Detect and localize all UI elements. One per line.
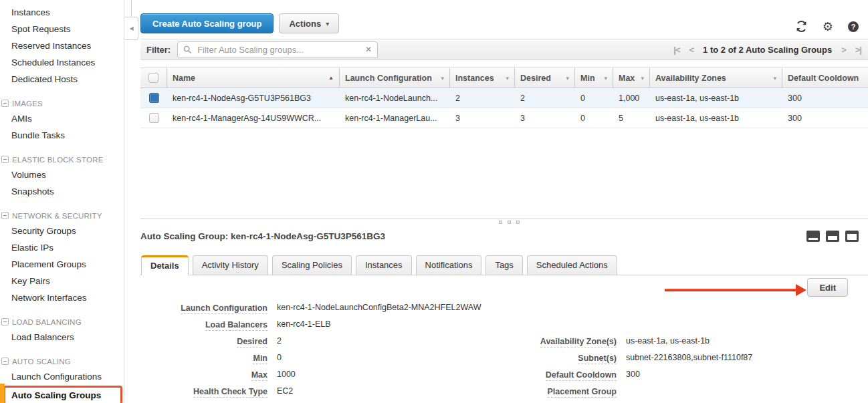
column-header-min[interactable]: Min ▾ xyxy=(575,68,613,88)
sidebar-item-load-balancers[interactable]: Load Balancers xyxy=(0,329,124,346)
sidebar-nav: Instances Spot Requests Reserved Instanc… xyxy=(0,0,124,403)
column-header-instances[interactable]: Instances ▾ xyxy=(450,68,515,88)
detail-panel: Auto Scaling Group: ken-rc4-1-NodeAsg-G5… xyxy=(140,225,868,403)
row-checkbox[interactable] xyxy=(149,113,159,123)
field-load-balancers: Load Balancers ken-rc4-1-ELB xyxy=(140,315,481,332)
collapse-minus-icon[interactable] xyxy=(1,318,9,325)
edit-button[interactable]: Edit xyxy=(807,278,848,297)
cell-desired: 3 xyxy=(515,114,575,123)
tab-notifications[interactable]: Notifications xyxy=(416,255,482,275)
active-item-marker xyxy=(0,384,5,403)
drag-handle-icon[interactable] xyxy=(499,221,520,224)
column-header-default-cooldown[interactable]: Default Cooldown xyxy=(782,68,868,88)
cell-max: 5 xyxy=(613,114,650,123)
sidebar-item-elastic-ips[interactable]: Elastic IPs xyxy=(0,239,124,256)
pagination-status: 1 to 2 of 2 Auto Scaling Groups xyxy=(703,45,832,55)
sidebar-item-volumes[interactable]: Volumes xyxy=(0,166,124,183)
create-auto-scaling-group-button[interactable]: Create Auto Scaling group xyxy=(140,13,274,33)
tab-instances[interactable]: Instances xyxy=(356,255,412,275)
chevron-down-icon: ▾ xyxy=(326,20,329,27)
collapse-minus-icon[interactable] xyxy=(1,100,9,107)
column-dropdown-icon: ▾ xyxy=(566,75,569,82)
column-dropdown-icon: ▾ xyxy=(773,75,776,82)
help-icon[interactable]: ? xyxy=(848,21,859,32)
tab-details[interactable]: Details xyxy=(141,255,189,275)
cell-launch-configuration: ken-rc4-1-ManagerLau... xyxy=(340,114,450,123)
table-row[interactable]: ken-rc4-1-NodeAsg-G5TU3P561BG3 ken-rc4-1… xyxy=(140,88,868,108)
cell-max: 1,000 xyxy=(613,94,650,103)
filter-label: Filter: xyxy=(146,45,171,55)
ec2-console-page: Instances Spot Requests Reserved Instanc… xyxy=(0,0,868,403)
pagination: |< < 1 to 2 of 2 Auto Scaling Groups > >… xyxy=(673,39,861,59)
cell-default-cooldown: 300 xyxy=(782,94,868,103)
collapse-minus-icon[interactable] xyxy=(1,212,9,219)
pane-layout-controls xyxy=(806,231,859,242)
sidebar-item-security-groups[interactable]: Security Groups xyxy=(0,223,124,239)
pane-size-medium-icon[interactable] xyxy=(826,231,839,242)
sidebar-item-snapshots[interactable]: Snapshots xyxy=(0,183,124,200)
sidebar-item-dedicated-hosts[interactable]: Dedicated Hosts xyxy=(0,71,124,88)
main-content: Create Auto Scaling group Actions ▾ ⚙ ? xyxy=(131,0,868,403)
search-box[interactable]: ✕ xyxy=(177,41,378,58)
cell-min: 0 xyxy=(575,94,613,103)
refresh-icon[interactable] xyxy=(795,20,808,33)
tab-scaling-policies[interactable]: Scaling Policies xyxy=(272,255,352,275)
cell-availability-zones: us-east-1a, us-east-1b xyxy=(650,94,782,103)
toolbar-icons: ⚙ ? xyxy=(795,20,859,33)
table-row[interactable]: ken-rc4-1-ManagerAsg-14US9WWCR... ken-rc… xyxy=(140,108,868,128)
page-first-icon[interactable]: |< xyxy=(673,45,679,55)
sidebar-item-scheduled-instances[interactable]: Scheduled Instances xyxy=(0,54,124,71)
sidebar-section-network-security: NETWORK & SECURITY xyxy=(0,209,124,223)
sidebar-item-amis[interactable]: AMIs xyxy=(0,110,124,127)
sidebar-item-placement-groups[interactable]: Placement Groups xyxy=(0,256,124,273)
field-default-cooldown: Default Cooldown 300 xyxy=(515,366,752,382)
sidebar-item-bundle-tasks[interactable]: Bundle Tasks xyxy=(0,127,124,144)
page-prev-icon[interactable]: < xyxy=(689,45,693,55)
sidebar-section-ebs: ELASTIC BLOCK STORE xyxy=(0,152,124,166)
field-availability-zones: Availability Zone(s) us-east-1a, us-east… xyxy=(515,332,752,349)
sidebar-item-launch-configurations[interactable]: Launch Configurations xyxy=(0,368,124,385)
section-header-label: ELASTIC BLOCK STORE xyxy=(12,156,104,164)
field-desired: Desired 2 xyxy=(140,332,481,349)
actions-button[interactable]: Actions ▾ xyxy=(279,13,339,33)
sort-ascending-icon: ▲ xyxy=(328,75,334,81)
column-header-availability-zones[interactable]: Availability Zones ▾ xyxy=(650,68,782,88)
sidebar-item-key-pairs[interactable]: Key Pairs xyxy=(0,273,124,289)
filter-input[interactable] xyxy=(196,44,361,55)
sidebar-item-auto-scaling-groups[interactable]: Auto Scaling Groups xyxy=(3,386,122,403)
tab-activity-history[interactable]: Activity History xyxy=(193,255,268,275)
tab-tags[interactable]: Tags xyxy=(485,255,522,275)
sidebar-item-instances[interactable]: Instances xyxy=(0,4,124,21)
tab-scheduled-actions[interactable]: Scheduled Actions xyxy=(527,255,617,275)
field-max: Max 1000 xyxy=(140,366,481,382)
clear-filter-icon[interactable]: ✕ xyxy=(365,45,372,54)
collapse-minus-icon[interactable] xyxy=(1,156,9,163)
select-all-cell xyxy=(140,68,167,88)
annotation-arrow xyxy=(665,285,806,299)
collapse-minus-icon[interactable] xyxy=(1,358,9,365)
sidebar-item-reserved-instances[interactable]: Reserved Instances xyxy=(0,37,124,54)
page-next-icon[interactable]: > xyxy=(841,45,846,55)
column-header-max[interactable]: Max ▾ xyxy=(613,68,650,88)
column-dropdown-icon: ▾ xyxy=(604,75,607,82)
cell-availability-zones: us-east-1a, us-east-1b xyxy=(650,114,782,123)
section-header-label: AUTO SCALING xyxy=(12,358,71,366)
sidebar-item-spot-requests[interactable]: Spot Requests xyxy=(0,21,124,37)
asg-table: Name ▲ Launch Configuration ▾ Instances … xyxy=(140,68,868,128)
actions-button-label: Actions xyxy=(289,19,321,29)
pane-size-small-icon[interactable] xyxy=(806,231,820,242)
toolbar: Create Auto Scaling group Actions ▾ ⚙ ? xyxy=(140,0,868,33)
column-header-launch-configuration[interactable]: Launch Configuration ▾ xyxy=(340,68,450,88)
details-fields: Launch Configuration ken-rc4-1-NodeLaunc… xyxy=(140,299,868,403)
select-all-checkbox[interactable] xyxy=(148,73,158,83)
field-health-check-type: Health Check Type EC2 xyxy=(140,382,481,399)
field-launch-configuration: Launch Configuration ken-rc4-1-NodeLaunc… xyxy=(140,299,481,315)
page-last-icon[interactable]: >| xyxy=(855,45,861,55)
column-header-desired[interactable]: Desired ▾ xyxy=(515,68,575,88)
sidebar-item-network-interfaces[interactable]: Network Interfaces xyxy=(0,289,124,306)
column-header-name[interactable]: Name ▲ xyxy=(167,68,340,88)
row-checkbox[interactable] xyxy=(149,93,159,103)
gear-icon[interactable]: ⚙ xyxy=(823,21,833,33)
split-pane-divider[interactable] xyxy=(140,219,868,225)
pane-size-large-icon[interactable] xyxy=(845,231,859,242)
